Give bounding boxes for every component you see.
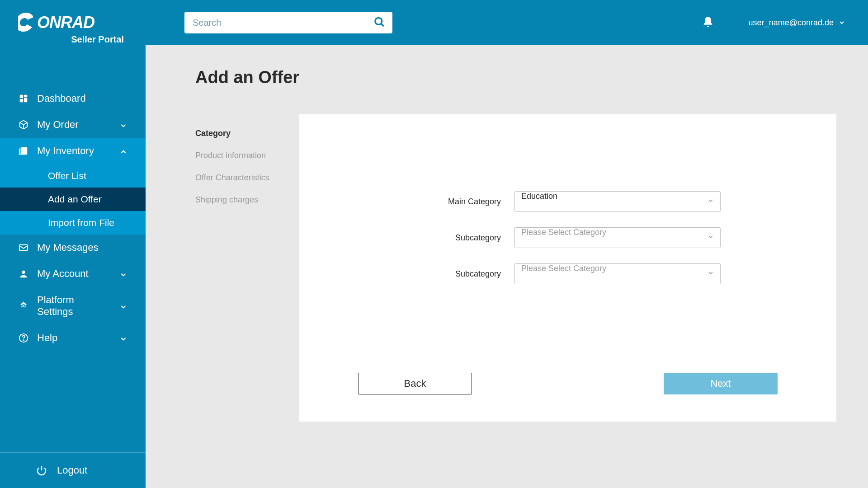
step-offer-characteristics[interactable]: Offer Characteristics	[195, 167, 286, 189]
chevron-down-icon	[119, 270, 127, 278]
step-product-info[interactable]: Product information	[195, 145, 286, 167]
logo-subtitle: Seller Portal	[18, 34, 127, 45]
user-email: user_name@conrad.de	[749, 18, 834, 28]
sidebar-item-my-inventory[interactable]: My Inventory	[0, 138, 146, 164]
logout-button[interactable]: Logout	[18, 462, 127, 479]
user-icon	[18, 268, 29, 279]
main-nav: Dashboard My Order My Inventory	[0, 85, 146, 452]
subcategory1-label: Subcategory	[415, 233, 501, 243]
chevron-down-icon	[838, 19, 845, 26]
sidebar-item-my-account[interactable]: My Account	[0, 261, 146, 287]
search-button[interactable]	[371, 14, 388, 32]
sidebar-item-label: My Messages	[37, 242, 99, 253]
subcategory2-row: Subcategory Please Select Category	[415, 263, 721, 284]
svg-rect-4	[20, 99, 23, 102]
inventory-submenu: Offer List Add an Offer Import from File	[0, 164, 146, 235]
svg-point-8	[22, 271, 25, 274]
sidebar-item-dashboard[interactable]: Dashboard	[0, 85, 146, 112]
main-category-label: Main Category	[415, 197, 501, 206]
bell-icon	[702, 16, 714, 28]
sidebar-subitem-import-file[interactable]: Import from File	[0, 211, 146, 235]
button-row: Back Next	[354, 373, 782, 394]
sidebar-item-my-order[interactable]: My Order	[0, 112, 146, 138]
page-title: Add an Offer	[195, 68, 836, 87]
chevron-down-icon	[119, 334, 127, 342]
subcategory1-row: Subcategory Please Select Category	[415, 227, 721, 248]
sidebar-item-label: Help	[37, 332, 57, 344]
sidebar-item-label: Dashboard	[37, 93, 86, 104]
subcategory1-select[interactable]: Please Select Category	[514, 227, 721, 248]
form-panel: Main Category Education Subcategory	[299, 114, 836, 422]
logout-label: Logout	[57, 465, 87, 476]
logo: ONRAD Seller Portal	[0, 0, 146, 49]
inventory-icon	[18, 145, 29, 156]
power-icon	[36, 465, 47, 476]
main-category-select[interactable]: Education	[514, 191, 721, 212]
chevron-down-icon	[119, 121, 127, 129]
help-icon	[18, 333, 29, 343]
sidebar-subitem-offer-list[interactable]: Offer List	[0, 164, 146, 188]
subcategory2-label: Subcategory	[415, 269, 501, 279]
sidebar-item-label: My Inventory	[37, 145, 94, 157]
sidebar-item-label: My Account	[37, 268, 89, 280]
sidebar-subitem-add-offer[interactable]: Add an Offer	[0, 188, 146, 211]
sidebar-item-label: My Order	[37, 119, 79, 131]
box-icon	[18, 119, 29, 130]
conrad-logo-icon: ONRAD	[18, 11, 118, 33]
sidebar-item-platform-settings[interactable]: Platform Settings	[0, 287, 146, 325]
next-button[interactable]: Next	[664, 373, 778, 394]
mail-icon	[18, 242, 29, 253]
step-category[interactable]: Category	[195, 122, 286, 145]
chevron-down-icon	[119, 302, 127, 310]
svg-rect-2	[24, 95, 27, 97]
svg-rect-1	[20, 95, 23, 98]
chevron-up-icon	[119, 147, 127, 155]
sidebar-footer: Logout	[0, 452, 146, 488]
search-container	[184, 12, 392, 33]
svg-text:ONRAD: ONRAD	[37, 13, 94, 32]
user-menu[interactable]: user_name@conrad.de	[749, 18, 845, 28]
svg-point-10	[23, 340, 24, 341]
svg-rect-6	[21, 148, 27, 155]
main-content: Add an Offer Category Product informatio…	[146, 45, 868, 488]
svg-point-12	[375, 18, 382, 24]
dashboard-icon	[18, 93, 29, 104]
search-input[interactable]	[184, 12, 392, 33]
back-button[interactable]: Back	[358, 373, 472, 394]
notifications-button[interactable]	[699, 13, 717, 33]
main-category-row: Main Category Education	[415, 191, 721, 212]
subcategory2-select[interactable]: Please Select Category	[514, 263, 721, 284]
sidebar: ONRAD Seller Portal Dashboard My Order	[0, 0, 146, 488]
svg-rect-3	[24, 98, 27, 102]
step-shipping[interactable]: Shipping charges	[195, 189, 286, 211]
search-icon	[373, 16, 385, 28]
svg-rect-7	[19, 245, 28, 251]
sidebar-item-label: Platform Settings	[37, 294, 103, 318]
step-list: Category Product information Offer Chara…	[195, 114, 286, 422]
svg-line-13	[381, 24, 384, 27]
sidebar-item-help[interactable]: Help	[0, 325, 146, 351]
gear-icon	[18, 300, 29, 311]
header: user_name@conrad.de	[146, 0, 868, 45]
sidebar-item-my-messages[interactable]: My Messages	[0, 235, 146, 261]
